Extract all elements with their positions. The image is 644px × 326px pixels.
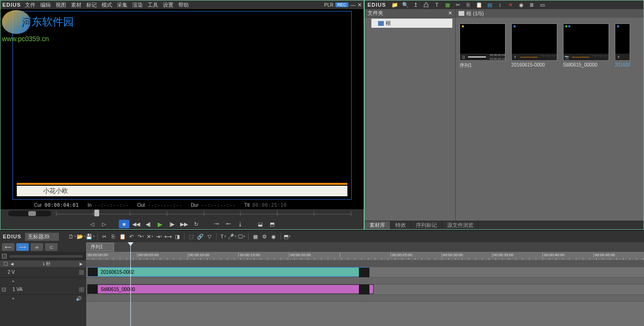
title-icon[interactable]: T — [433, 1, 441, 8]
new-seq-icon[interactable]: ▦ — [444, 1, 451, 8]
play-button[interactable]: ▶ — [155, 220, 165, 228]
prev-frame-button[interactable]: ◀| — [143, 220, 153, 228]
tab-markers[interactable]: 序列标记 — [411, 221, 442, 229]
clip-still[interactable]: 📷 --:--:--:-- Still0615_00000 — [563, 23, 609, 69]
tab-effects[interactable]: 特效 — [391, 221, 411, 229]
scale-next-icon[interactable]: ▶ — [80, 262, 82, 266]
rec-button[interactable]: REC — [335, 2, 348, 7]
up-icon[interactable]: ↥ — [412, 1, 420, 8]
copy-icon[interactable]: ⎘ — [465, 1, 472, 8]
menu-clip[interactable]: 素材 — [71, 1, 81, 9]
vectorscope-icon[interactable]: ◉ — [269, 232, 278, 241]
marker-icon[interactable]: ▽ — [205, 232, 214, 241]
menu-settings[interactable]: 设置 — [163, 1, 173, 9]
mixer-icon[interactable]: ⚙ — [260, 232, 269, 241]
close-icon[interactable]: ✕ — [357, 2, 362, 8]
minimize-icon[interactable]: — — [350, 2, 356, 8]
shuttle-slider[interactable] — [56, 213, 351, 214]
tc-out[interactable]: --:--:--:-- — [148, 202, 182, 208]
cut-icon[interactable]: ✂ — [454, 1, 462, 8]
timeline-clip-video[interactable]: 20160615-0002 — [87, 267, 370, 277]
paste-icon[interactable]: 📋 — [118, 232, 127, 241]
stop-button[interactable]: ■ — [119, 220, 129, 228]
render-icon[interactable]: ⬒ — [283, 232, 292, 241]
tc-dur[interactable]: --:--:--:-- — [201, 202, 236, 208]
fast-forward-button[interactable]: ▶▶ — [179, 220, 189, 228]
track-2v-lane[interactable]: 20160615-0002 — [86, 267, 644, 278]
menu-view[interactable]: 视图 — [56, 1, 66, 9]
view-icon[interactable]: ≣ — [528, 1, 536, 8]
redo-icon[interactable]: ↷ — [137, 232, 145, 241]
insert-icon[interactable]: ⬓ — [255, 220, 265, 228]
tc-in[interactable]: --:--:--:-- — [94, 202, 129, 208]
mode-normal[interactable]: ⟵ — [2, 243, 14, 251]
mute-icon[interactable] — [2, 288, 6, 292]
time-ruler[interactable]: 00:00:00:00 00:00:05:00 00:00:10:00 00:0… — [86, 252, 644, 260]
folder-root[interactable]: 根 — [371, 19, 452, 28]
menu-render[interactable]: 渲染 — [132, 1, 143, 9]
hide-icon[interactable]: ▭ — [539, 1, 546, 8]
color-icon[interactable]: ◉ — [518, 1, 525, 8]
scale-box-icon[interactable] — [4, 262, 8, 266]
paste-icon[interactable]: 📋 — [475, 1, 483, 8]
split-icon[interactable]: ⟷ — [164, 232, 172, 241]
jog-dial[interactable] — [8, 211, 51, 216]
track-patch-icon[interactable] — [79, 287, 84, 292]
next-edit-icon[interactable]: ⭰ — [223, 220, 233, 228]
timeline-tracks[interactable]: 序列1 00:00:00:00 00:00:05:00 00:00:10:00 … — [86, 242, 644, 326]
menu-file[interactable]: 文件 — [25, 1, 35, 9]
copy-icon[interactable]: ⎘ — [109, 232, 118, 241]
rewind-button[interactable]: ◀◀ — [131, 220, 141, 228]
track-2v-expand[interactable]: ▸ — [0, 278, 86, 284]
menu-help[interactable]: 帮助 — [178, 1, 189, 9]
delete-icon[interactable]: ✕ — [507, 1, 515, 8]
cut-icon[interactable]: ✂ — [100, 232, 109, 241]
mode-multicam[interactable]: ∞ — [31, 243, 43, 251]
voiceover-icon[interactable]: 🎤 — [228, 232, 237, 241]
props-icon[interactable]: ▤ — [486, 1, 494, 8]
snap-icon[interactable]: ⊂ — [45, 243, 58, 251]
clip-sequence[interactable]: ⍰ 00:00:00:0000:00:25:10 序列1 — [460, 23, 506, 69]
delete-icon[interactable]: ✕ — [146, 232, 154, 241]
tc-cur[interactable]: 00:00:04:01 — [45, 202, 79, 208]
mark-in-icon[interactable]: ⭳ — [235, 220, 245, 228]
project-name[interactable]: 无标题39 — [25, 233, 59, 241]
speaker-icon[interactable]: 🔊 — [76, 296, 81, 301]
link-icon[interactable]: 🔗 — [196, 232, 205, 241]
next-frame-button[interactable]: |▶ — [167, 220, 177, 228]
new-icon[interactable]: 🗋 — [68, 232, 77, 241]
menu-edit[interactable]: 编辑 — [40, 1, 51, 9]
zoom-slider[interactable] — [10, 255, 82, 258]
sort-icon[interactable]: ↕ — [496, 1, 504, 8]
track-1va-lane[interactable]: Still0615_00000 — [86, 284, 644, 295]
track-patch-icon[interactable] — [79, 270, 84, 275]
playhead[interactable] — [130, 242, 131, 326]
tab-bin[interactable]: 素材库 — [365, 221, 391, 229]
monitor-icon[interactable]: 🖵 — [237, 232, 246, 241]
sequence-tab[interactable]: 序列1 — [86, 243, 114, 251]
undo-icon[interactable]: ↶ — [127, 232, 136, 241]
tab-source[interactable]: 源文件浏览 — [442, 221, 479, 229]
scale-label[interactable]: 1 秒 — [13, 261, 80, 267]
tc-ttl[interactable]: 00:00:25:10 — [253, 202, 287, 208]
loop-button[interactable]: ↻ — [191, 220, 201, 228]
titler-icon[interactable]: T — [219, 232, 228, 241]
mode-trim[interactable]: ⟶ — [16, 243, 29, 251]
overwrite-icon[interactable]: ⬒ — [267, 220, 277, 228]
clip-title-1[interactable]: T --:--:--:-- 20160615-0000 — [511, 23, 557, 69]
track-1va-header[interactable]: 1 VA — [0, 284, 86, 295]
menu-marker[interactable]: 标记 — [86, 1, 97, 9]
menu-mode[interactable]: 模式 — [102, 1, 112, 9]
ripple-icon[interactable]: ⇥ — [155, 232, 163, 241]
save-icon[interactable]: 💾 — [86, 232, 95, 241]
preview-viewport[interactable]: 小花小欧 — [12, 11, 352, 200]
set-out-icon[interactable]: ▷ — [99, 220, 109, 228]
defaults-icon[interactable]: ▦ — [251, 232, 260, 241]
track-2v-header[interactable]: 2 V — [0, 267, 86, 278]
search-icon[interactable]: 🔍 — [402, 1, 409, 8]
folder-icon[interactable]: 📁 — [391, 1, 399, 8]
track-1va-expand[interactable]: ▸🔊 — [0, 295, 86, 302]
clip-title-2[interactable]: T 201606 — [615, 23, 630, 69]
prev-edit-icon[interactable]: ⭲ — [211, 220, 221, 228]
group-icon[interactable]: ⬚ — [187, 232, 196, 241]
